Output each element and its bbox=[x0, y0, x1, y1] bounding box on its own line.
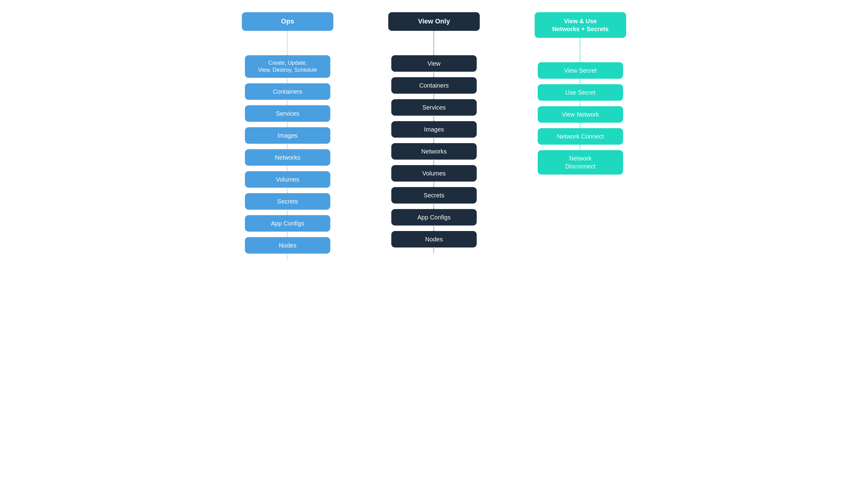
column-view-use: View & Use Networks + Secrets View Secre… bbox=[507, 12, 654, 175]
view-use-network-connect: Network Connect bbox=[538, 128, 623, 145]
view-only-networks: Networks bbox=[391, 143, 477, 160]
view-only-first-item: View bbox=[391, 55, 477, 72]
ops-first-item: Create, Update, View, Destroy, Schedule bbox=[245, 55, 330, 78]
ops-header: Ops bbox=[242, 12, 333, 31]
column-ops: Ops Create, Update, View, Destroy, Sched… bbox=[214, 12, 361, 259]
view-use-network-disconnect: Network Disconnect bbox=[538, 150, 623, 175]
view-only-containers: Containers bbox=[391, 77, 477, 94]
view-only-appconfigs: App Configs bbox=[391, 209, 477, 225]
ops-item-secrets: Secrets bbox=[245, 193, 330, 210]
view-use-items: View Secret Use Secret View Network Netw… bbox=[538, 62, 623, 175]
ops-item-volumes: Volumes bbox=[245, 171, 330, 188]
view-use-view-secret: View Secret bbox=[538, 62, 623, 79]
view-only-nodes: Nodes bbox=[391, 231, 477, 247]
ops-item-nodes: Nodes bbox=[245, 237, 330, 253]
ops-item-appconfigs: App Configs bbox=[245, 215, 330, 232]
ops-item-containers: Containers bbox=[245, 83, 330, 100]
view-only-volumes: Volumes bbox=[391, 165, 477, 182]
ops-item-services: Services bbox=[245, 105, 330, 122]
view-only-secrets: Secrets bbox=[391, 187, 477, 204]
ops-item-images: Images bbox=[245, 127, 330, 144]
diagram-container: Ops Create, Update, View, Destroy, Sched… bbox=[214, 12, 654, 259]
view-use-use-secret: Use Secret bbox=[538, 84, 623, 101]
column-view-only: View Only View Containers Services Image… bbox=[361, 12, 507, 253]
view-only-services: Services bbox=[391, 99, 477, 116]
view-only-images: Images bbox=[391, 121, 477, 138]
ops-item-networks: Networks bbox=[245, 149, 330, 166]
view-only-header: View Only bbox=[388, 12, 480, 31]
view-use-view-network: View Network bbox=[538, 106, 623, 123]
view-use-header: View & Use Networks + Secrets bbox=[535, 12, 626, 38]
